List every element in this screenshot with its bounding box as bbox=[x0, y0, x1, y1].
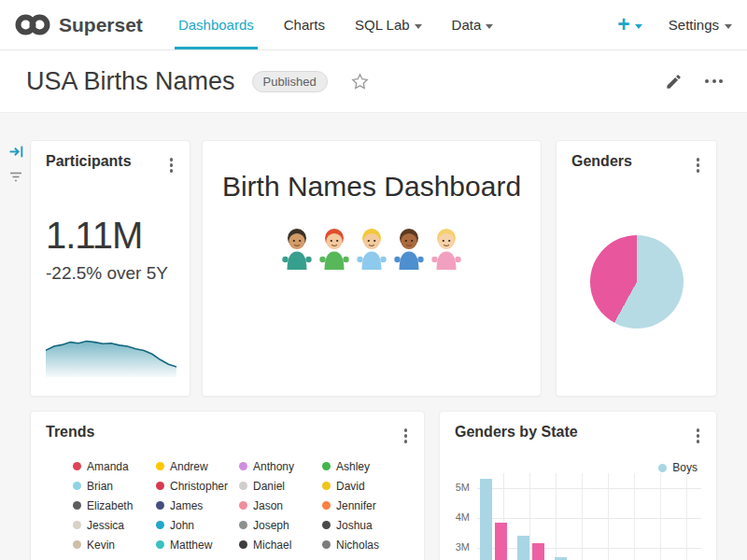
legend-dot bbox=[239, 501, 247, 510]
legend-item-jennifer[interactable]: Jennifer bbox=[322, 499, 405, 512]
legend-dot bbox=[322, 482, 331, 490]
legend-label: James bbox=[170, 499, 203, 512]
legend-label: Amanda bbox=[87, 460, 129, 473]
legend-item-matthew[interactable]: Matthew bbox=[156, 539, 239, 552]
page-title: USA Births Names bbox=[26, 67, 235, 96]
legend-item-john[interactable]: John bbox=[156, 519, 239, 532]
settings-menu[interactable]: Settings bbox=[669, 17, 732, 33]
nav-item-label: SQL Lab bbox=[355, 17, 410, 33]
participants-sparkline bbox=[46, 326, 176, 377]
legend-dot bbox=[322, 521, 331, 529]
filter-button[interactable] bbox=[8, 169, 23, 184]
gridline-vertical bbox=[529, 473, 530, 560]
nav-item-dashboards[interactable]: Dashboards bbox=[163, 0, 269, 49]
dashboard-grid: Participants 1.11M -22.5% over 5Y Birth … bbox=[0, 113, 747, 560]
more-actions-button[interactable] bbox=[701, 76, 726, 87]
legend-dot bbox=[73, 482, 81, 490]
child-figure-icon bbox=[317, 227, 351, 270]
y-axis-label: 4M bbox=[447, 511, 470, 523]
bar-boys[interactable] bbox=[555, 557, 567, 560]
child-figure-icon bbox=[280, 227, 314, 270]
legend-label: David bbox=[336, 480, 365, 493]
trends-card: Trends AmandaAndrewAnthonyAshleyBrianChr… bbox=[30, 411, 425, 560]
nav-item-charts[interactable]: Charts bbox=[269, 0, 340, 49]
legend-item-joshua[interactable]: Joshua bbox=[322, 519, 405, 532]
bar-girls[interactable] bbox=[495, 523, 507, 560]
legend-item-jason[interactable]: Jason bbox=[239, 499, 322, 512]
genders-by-state-card: Genders by State Boys 5M4M3M bbox=[439, 411, 717, 560]
legend-item-james[interactable]: James bbox=[156, 499, 239, 512]
legend-item-amanda[interactable]: Amanda bbox=[73, 460, 156, 473]
published-badge[interactable]: Published bbox=[252, 71, 328, 92]
chevron-down-icon bbox=[635, 24, 642, 29]
settings-label: Settings bbox=[669, 17, 719, 33]
bar-boys[interactable] bbox=[480, 479, 492, 560]
gbs-plot: 5M4M3M bbox=[440, 412, 716, 560]
brand-name: Superset bbox=[59, 14, 143, 36]
children-illustration bbox=[203, 227, 541, 270]
chevron-down-icon bbox=[486, 24, 493, 29]
legend-item-david[interactable]: David bbox=[322, 480, 405, 493]
child-figure-icon bbox=[355, 227, 388, 270]
legend-label: Nicholas bbox=[336, 539, 379, 552]
edit-dashboard-button[interactable] bbox=[665, 73, 683, 91]
markdown-header-card: Birth Names Dashboard bbox=[202, 140, 542, 397]
legend-dot bbox=[156, 482, 164, 490]
gridline-vertical bbox=[608, 473, 609, 560]
legend-dot bbox=[73, 462, 81, 470]
legend-item-michael[interactable]: Michael bbox=[239, 539, 322, 552]
legend-item-elizabeth[interactable]: Elizabeth bbox=[73, 499, 156, 512]
favorite-star-button[interactable] bbox=[350, 72, 370, 91]
star-icon bbox=[350, 72, 370, 91]
bar-boys[interactable] bbox=[517, 536, 529, 560]
legend-item-daniel[interactable]: Daniel bbox=[239, 480, 322, 493]
legend-item-jessica[interactable]: Jessica bbox=[73, 519, 156, 532]
nav-item-sql-lab[interactable]: SQL Lab bbox=[340, 0, 437, 49]
navbar-right: + Settings bbox=[617, 0, 732, 49]
child-figure-icon bbox=[392, 227, 426, 270]
card-title: Participants bbox=[46, 153, 132, 170]
legend-dot bbox=[73, 521, 81, 529]
header-actions bbox=[665, 73, 726, 91]
pencil-icon bbox=[665, 73, 683, 91]
legend-label: Andrew bbox=[170, 460, 208, 473]
y-axis-label: 5M bbox=[447, 482, 470, 493]
legend-label: Anthony bbox=[253, 460, 294, 473]
gridline-vertical bbox=[556, 473, 557, 560]
child-figure-icon bbox=[430, 227, 463, 270]
new-button[interactable]: + bbox=[617, 14, 641, 35]
legend-item-andrew[interactable]: Andrew bbox=[156, 460, 239, 473]
legend-dot bbox=[156, 521, 164, 529]
legend-label: Elizabeth bbox=[87, 499, 133, 512]
legend-item-brian[interactable]: Brian bbox=[73, 480, 156, 493]
bar-girls[interactable] bbox=[532, 543, 544, 560]
expand-filter-bar-button[interactable] bbox=[8, 144, 24, 160]
y-axis-label: 3M bbox=[447, 541, 470, 553]
legend-item-christopher[interactable]: Christopher bbox=[156, 480, 239, 493]
legend-dot bbox=[156, 462, 164, 470]
gridline bbox=[477, 548, 701, 549]
app-logo[interactable]: Superset bbox=[15, 0, 143, 49]
nav-item-label: Charts bbox=[284, 17, 325, 33]
participants-card: Participants 1.11M -22.5% over 5Y bbox=[30, 140, 190, 397]
legend-item-kevin[interactable]: Kevin bbox=[73, 539, 156, 552]
legend-item-ashley[interactable]: Ashley bbox=[322, 460, 405, 473]
gridline-vertical bbox=[686, 473, 687, 560]
legend-dot bbox=[156, 501, 164, 510]
legend-label: Matthew bbox=[170, 539, 212, 552]
card-menu-icon[interactable] bbox=[397, 424, 416, 448]
legend-label: Ashley bbox=[336, 460, 370, 473]
legend-item-nicholas[interactable]: Nicholas bbox=[322, 539, 405, 552]
gridline-vertical bbox=[660, 473, 661, 560]
card-menu-icon[interactable] bbox=[162, 153, 181, 177]
legend-dot bbox=[239, 540, 247, 549]
nav-item-label: Data bbox=[452, 17, 482, 33]
genders-pie[interactable] bbox=[590, 235, 684, 329]
legend-item-joseph[interactable]: Joseph bbox=[239, 519, 322, 532]
card-menu-icon[interactable] bbox=[689, 153, 708, 177]
plus-icon: + bbox=[617, 14, 629, 35]
legend-label: Joseph bbox=[253, 519, 289, 532]
chevron-down-icon bbox=[415, 24, 422, 29]
legend-item-anthony[interactable]: Anthony bbox=[239, 460, 322, 473]
nav-item-data[interactable]: Data bbox=[437, 0, 509, 49]
